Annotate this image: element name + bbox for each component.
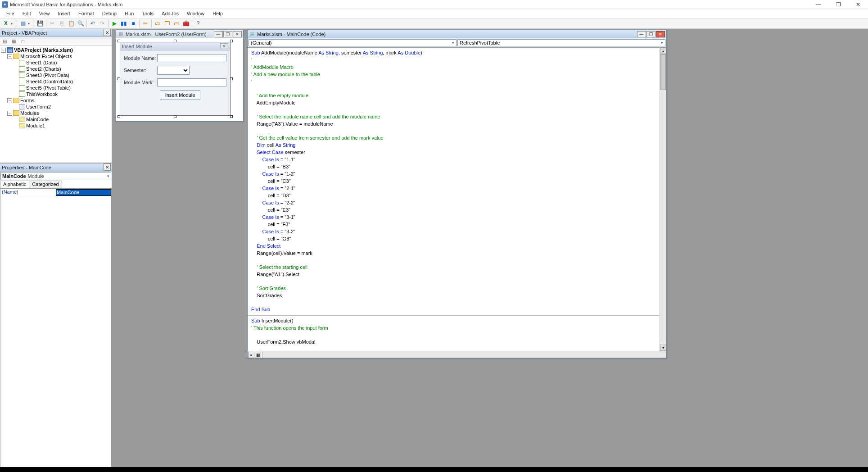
tree-modules[interactable]: − Modules: [1, 110, 111, 116]
collapse-icon[interactable]: −: [7, 54, 12, 59]
combo-semester[interactable]: [157, 66, 190, 75]
tree-sheet[interactable]: Sheet3 (Pivot Data): [1, 72, 111, 78]
toolbox-icon[interactable]: 🧰: [181, 19, 190, 28]
tree-excel-objects[interactable]: − Microsoft Excel Objects: [1, 53, 111, 59]
tree-root[interactable]: − ⊞ VBAProject (Marks.xlsm): [1, 47, 111, 53]
scroll-down-icon[interactable]: ▾: [660, 345, 666, 351]
left-dock: Project - VBAProject ✕ ▤ ▦ 🗀 − ⊞ VBAProj…: [0, 29, 112, 472]
restore-button[interactable]: ❐: [646, 31, 656, 37]
input-module-name[interactable]: [157, 54, 226, 62]
tree-sheet[interactable]: ThisWorkbook: [1, 91, 111, 97]
tree-sheet[interactable]: Sheet2 (Charts): [1, 66, 111, 72]
toggle-folders-icon[interactable]: 🗀: [19, 37, 27, 45]
chevron-down-icon: ▾: [452, 41, 454, 45]
tree-item-label: Sheet2 (Charts): [26, 66, 61, 72]
menu-tools[interactable]: Tools: [138, 10, 157, 17]
tab-categorized[interactable]: Categorized: [29, 181, 62, 188]
separator: [17, 19, 17, 27]
insert-object-icon[interactable]: ▥: [18, 19, 27, 28]
collapse-icon[interactable]: −: [1, 48, 6, 53]
cut-icon[interactable]: ✂: [48, 19, 57, 28]
menu-help[interactable]: Help: [209, 10, 226, 17]
input-module-mark[interactable]: [157, 78, 226, 86]
properties-window-icon[interactable]: 🗔: [163, 19, 172, 28]
excel-dropdown-icon[interactable]: ▾: [11, 22, 15, 26]
collapse-icon[interactable]: −: [7, 111, 12, 116]
tree-module-item[interactable]: MainCode: [1, 116, 111, 123]
tree-form-item[interactable]: UserForm2: [1, 104, 111, 110]
break-icon[interactable]: ▮▮: [119, 19, 128, 28]
tree-sheet[interactable]: Sheet5 (Pivot Table): [1, 85, 111, 91]
menu-addins[interactable]: Add-Ins: [158, 10, 182, 17]
code-text[interactable]: Sub InsertModule() ' This function opens…: [248, 316, 659, 351]
tree-forms[interactable]: − Forms: [1, 97, 111, 104]
view-excel-icon[interactable]: X: [1, 19, 10, 28]
menu-debug[interactable]: Debug: [99, 10, 120, 17]
procedure-combo[interactable]: RefreshPivotTable ▾: [457, 39, 665, 46]
scroll-up-icon[interactable]: ▴: [660, 48, 666, 54]
project-toolbar: ▤ ▦ 🗀: [0, 37, 112, 46]
scroll-thumb[interactable]: [660, 54, 666, 90]
project-explorer-icon[interactable]: 🗂: [153, 19, 162, 28]
properties-pane-close-icon[interactable]: ✕: [104, 163, 111, 171]
userform-designer-window[interactable]: ▧ Marks.xlsm - UserForm2 (UserForm) — ❐ …: [116, 30, 244, 122]
menu-insert[interactable]: Insert: [54, 10, 74, 17]
insert-dropdown-icon[interactable]: ▾: [28, 22, 32, 26]
reset-icon[interactable]: ■: [129, 19, 138, 28]
object-browser-icon[interactable]: 🗃: [172, 19, 181, 28]
form-designer-surface[interactable]: Insert Module ✕ Module Name: Semester: M…: [116, 38, 243, 121]
menu-run[interactable]: Run: [121, 10, 137, 17]
tab-alphabetic[interactable]: Alphabetic: [0, 181, 29, 188]
menu-file[interactable]: File: [3, 10, 18, 17]
design-mode-icon[interactable]: ✏: [141, 19, 150, 28]
properties-object-combo[interactable]: MainCode Module ▾: [0, 172, 111, 180]
menu-format[interactable]: Format: [75, 10, 98, 17]
close-button[interactable]: ✕: [656, 31, 665, 37]
vertical-scrollbar[interactable]: ▴ ▾: [660, 48, 666, 351]
taskbar-strip: [0, 467, 868, 472]
menu-edit[interactable]: Edit: [19, 10, 35, 17]
copy-icon[interactable]: ⎘: [57, 19, 66, 28]
code-editor[interactable]: ▴ ▾ Sub AddModule(moduleName As String, …: [248, 47, 666, 351]
minimize-button[interactable]: —: [810, 0, 827, 9]
minimize-button[interactable]: —: [214, 31, 223, 37]
code-window[interactable]: ⌘ Marks.xlsm - MainCode (Code) — ❐ ✕ (Ge…: [247, 30, 667, 359]
undo-icon[interactable]: ↶: [88, 19, 97, 28]
save-icon[interactable]: 💾: [36, 19, 45, 28]
paste-icon[interactable]: 📋: [67, 19, 76, 28]
menu-view[interactable]: View: [36, 10, 54, 17]
minimize-button[interactable]: —: [637, 31, 646, 37]
userform-canvas[interactable]: Insert Module ✕ Module Name: Semester: M…: [120, 42, 231, 116]
tree-sheet[interactable]: Sheet1 (Data): [1, 59, 111, 66]
collapse-icon[interactable]: −: [7, 98, 12, 103]
restore-button[interactable]: ❐: [223, 31, 232, 37]
tree-sheet[interactable]: Sheet4 (ControlData): [1, 78, 111, 85]
full-module-view-icon[interactable]: ▦: [255, 352, 261, 358]
view-code-icon[interactable]: ▤: [1, 37, 9, 45]
maximize-button[interactable]: ❐: [830, 0, 846, 9]
horizontal-scrollbar[interactable]: [262, 352, 666, 358]
procedure-view-icon[interactable]: ≡: [248, 352, 254, 358]
redo-icon[interactable]: ↷: [98, 19, 107, 28]
separator: [108, 19, 108, 27]
close-button[interactable]: ✕: [850, 0, 866, 9]
property-row-name[interactable]: (Name) MainCode: [0, 189, 111, 196]
code-text[interactable]: Sub AddModule(moduleName As String, seme…: [248, 48, 659, 315]
run-icon[interactable]: ▶: [110, 19, 119, 28]
menu-window[interactable]: Window: [183, 10, 208, 17]
close-button[interactable]: ✕: [233, 31, 242, 37]
userform-window-titlebar[interactable]: ▧ Marks.xlsm - UserForm2 (UserForm) — ❐ …: [116, 30, 243, 38]
find-icon[interactable]: 🔍: [76, 19, 85, 28]
code-window-titlebar[interactable]: ⌘ Marks.xlsm - MainCode (Code) — ❐ ✕: [248, 30, 666, 38]
property-value[interactable]: MainCode: [56, 189, 111, 196]
separator: [139, 19, 140, 27]
object-combo[interactable]: (General) ▾: [249, 39, 457, 46]
project-tree[interactable]: − ⊞ VBAProject (Marks.xlsm) − Microsoft …: [0, 46, 112, 163]
project-pane-close-icon[interactable]: ✕: [104, 29, 111, 36]
view-object-icon[interactable]: ▦: [10, 37, 18, 45]
button-insert-module[interactable]: Insert Module: [160, 90, 200, 100]
tree-module-item[interactable]: Module1: [1, 123, 111, 129]
form-row-module-mark: Module Mark:: [124, 78, 226, 86]
properties-grid[interactable]: (Name) MainCode: [0, 189, 112, 472]
help-icon[interactable]: ?: [194, 19, 203, 28]
